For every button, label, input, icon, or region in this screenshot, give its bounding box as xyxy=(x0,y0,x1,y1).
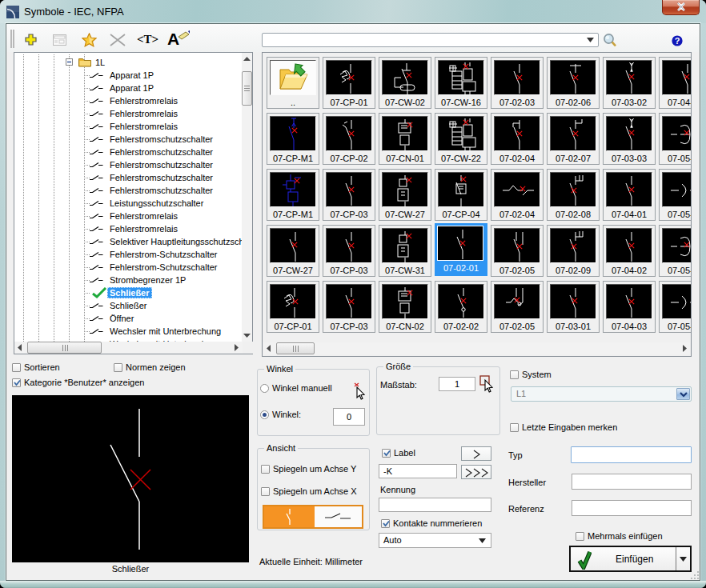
svg-text:?: ? xyxy=(675,36,680,46)
